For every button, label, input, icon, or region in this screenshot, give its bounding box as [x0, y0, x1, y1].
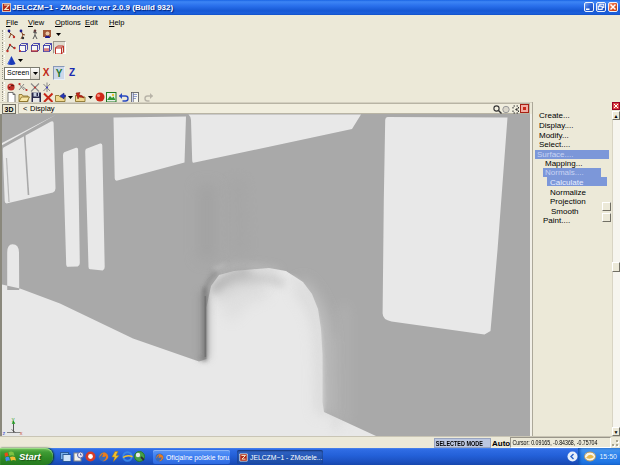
svg-text:y: y — [12, 416, 15, 422]
svg-text:x: x — [20, 430, 23, 436]
svg-text:z: z — [3, 430, 6, 436]
